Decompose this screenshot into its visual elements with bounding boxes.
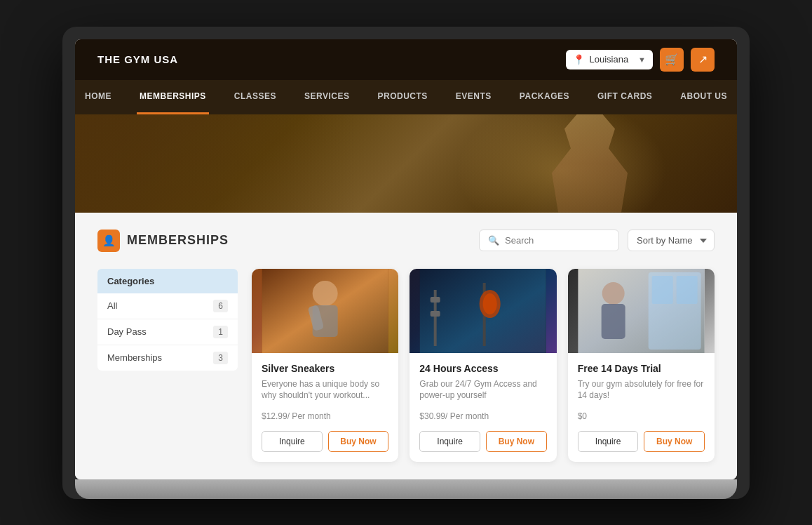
card-desc-free-trial: Try our gym absolutely for free for 14 d… bbox=[578, 378, 705, 402]
search-input[interactable] bbox=[505, 235, 610, 246]
category-all[interactable]: All 6 bbox=[97, 293, 238, 319]
laptop-base bbox=[75, 479, 737, 499]
nav-item-products[interactable]: PRODUCTS bbox=[375, 80, 431, 114]
hero-overlay-left bbox=[75, 114, 356, 213]
card-body-free-trial: Free 14 Days Trial Try our gym absolutel… bbox=[568, 353, 715, 463]
location-pin-icon: 📍 bbox=[573, 54, 585, 65]
brand-logo: THE GYM USA bbox=[97, 53, 178, 65]
categories-sidebar: Categories All 6 Day Pass 1 Memberships … bbox=[97, 269, 238, 371]
svg-rect-9 bbox=[431, 311, 440, 317]
card-body-24-hours: 24 Hours Access Grab our 24/7 Gym Access… bbox=[410, 353, 556, 463]
category-day-pass-count: 1 bbox=[213, 326, 228, 338]
category-memberships-count: 3 bbox=[213, 352, 228, 364]
cards-grid: Silver Sneakers Everyone has a unique bo… bbox=[252, 269, 715, 463]
buy-button-24-hours[interactable]: Buy Now bbox=[486, 431, 547, 452]
svg-rect-17 bbox=[676, 276, 697, 304]
svg-rect-19 bbox=[601, 304, 625, 339]
memberships-section: 👤 MEMBERSHIPS 🔍 Sort by Name Sort by Pri… bbox=[75, 213, 737, 479]
members-card-icon: 👤 bbox=[102, 234, 116, 247]
nav-item-gift-cards[interactable]: GIFT CARDS bbox=[595, 80, 655, 114]
location-selector[interactable]: 📍 Louisiana ▼ bbox=[566, 50, 653, 69]
site-header: THE GYM USA 📍 Louisiana ▼ 🛒 ↗ bbox=[75, 39, 737, 80]
card-desc-24-hours: Grab our 24/7 Gym Access and power-up yo… bbox=[419, 378, 546, 402]
laptop-screen: THE GYM USA 📍 Louisiana ▼ 🛒 ↗ bbox=[75, 39, 737, 479]
nav-item-about-us[interactable]: ABOUT US bbox=[677, 80, 730, 114]
card-desc-silver-sneakers: Everyone has a unique body so why should… bbox=[262, 378, 388, 402]
category-day-pass[interactable]: Day Pass 1 bbox=[97, 319, 238, 345]
card-price-free-trial: $0 bbox=[578, 408, 705, 423]
card-actions-silver-sneakers: Inquire Buy Now bbox=[262, 431, 388, 452]
cart-button[interactable]: 🛒 bbox=[660, 48, 684, 72]
nav-item-classes[interactable]: CLASSES bbox=[231, 80, 279, 114]
hero-shapes bbox=[75, 114, 737, 213]
nav-item-packages[interactable]: PACKAGES bbox=[517, 80, 572, 114]
section-title: MEMBERSHIPS bbox=[127, 233, 229, 248]
category-memberships-label: Memberships bbox=[107, 352, 162, 363]
memberships-icon: 👤 bbox=[97, 230, 120, 252]
cart-icon: 🛒 bbox=[665, 53, 679, 66]
inquire-button-free-trial[interactable]: Inquire bbox=[578, 431, 639, 452]
category-day-pass-label: Day Pass bbox=[107, 326, 147, 337]
svg-rect-8 bbox=[431, 297, 440, 303]
sort-select[interactable]: Sort by Name Sort by Price Sort by Date bbox=[628, 230, 715, 251]
nav-item-events[interactable]: EVENTS bbox=[453, 80, 494, 114]
nav-item-services[interactable]: SERVICES bbox=[302, 80, 352, 114]
card-title-silver-sneakers: Silver Sneakers bbox=[262, 363, 388, 374]
inquire-button-24-hours[interactable]: Inquire bbox=[419, 431, 480, 452]
card-title-24-hours: 24 Hours Access bbox=[419, 363, 546, 374]
card-image-silver-sneakers bbox=[252, 269, 398, 353]
category-all-label: All bbox=[107, 300, 117, 311]
card-actions-free-trial: Inquire Buy Now bbox=[578, 431, 705, 452]
inquire-button-silver-sneakers[interactable]: Inquire bbox=[262, 431, 323, 452]
main-nav: HOME MEMBERSHIPS CLASSES SERVICES PRODUC… bbox=[75, 80, 737, 114]
card-actions-24-hours: Inquire Buy Now bbox=[419, 431, 546, 452]
section-header: 👤 MEMBERSHIPS 🔍 Sort by Name Sort by Pri… bbox=[97, 230, 715, 252]
buy-button-silver-sneakers[interactable]: Buy Now bbox=[328, 431, 389, 452]
search-box[interactable]: 🔍 bbox=[479, 230, 619, 251]
card-silver-sneakers: Silver Sneakers Everyone has a unique bo… bbox=[252, 269, 398, 463]
categories-header: Categories bbox=[97, 269, 238, 293]
card-body-silver-sneakers: Silver Sneakers Everyone has a unique bo… bbox=[252, 353, 398, 463]
search-icon: 🔍 bbox=[488, 235, 499, 246]
website: THE GYM USA 📍 Louisiana ▼ 🛒 ↗ bbox=[75, 39, 737, 479]
card-24-hours: 24 Hours Access Grab our 24/7 Gym Access… bbox=[410, 269, 556, 463]
svg-point-18 bbox=[602, 282, 624, 305]
nav-item-memberships[interactable]: MEMBERSHIPS bbox=[137, 80, 209, 114]
laptop-frame: THE GYM USA 📍 Louisiana ▼ 🛒 ↗ bbox=[62, 27, 750, 499]
card-free-trial: Free 14 Days Trial Try our gym absolutel… bbox=[568, 269, 715, 463]
card-image-24-hours bbox=[410, 269, 556, 353]
login-icon: ↗ bbox=[698, 53, 708, 66]
category-memberships[interactable]: Memberships 3 bbox=[97, 345, 238, 371]
svg-rect-16 bbox=[651, 276, 672, 304]
card-price-silver-sneakers: $12.99/ Per month bbox=[262, 408, 388, 423]
card-price-24-hours: $30.99/ Per month bbox=[419, 408, 546, 423]
svg-point-12 bbox=[483, 293, 497, 314]
card-title-free-trial: Free 14 Days Trial bbox=[578, 363, 705, 374]
section-title-area: 👤 MEMBERSHIPS bbox=[97, 230, 229, 252]
chevron-down-icon: ▼ bbox=[638, 55, 646, 64]
section-controls: 🔍 Sort by Name Sort by Price Sort by Dat… bbox=[479, 230, 715, 251]
buy-button-free-trial[interactable]: Buy Now bbox=[644, 431, 705, 452]
location-value: Louisiana bbox=[589, 54, 628, 65]
svg-point-2 bbox=[313, 281, 338, 306]
nav-item-home[interactable]: HOME bbox=[82, 80, 114, 114]
login-button[interactable]: ↗ bbox=[691, 48, 715, 72]
category-all-count: 6 bbox=[213, 300, 228, 312]
card-image-free-trial bbox=[568, 269, 715, 353]
content-layout: Categories All 6 Day Pass 1 Memberships … bbox=[97, 269, 715, 463]
hero-banner bbox=[75, 114, 737, 213]
header-right: 📍 Louisiana ▼ 🛒 ↗ bbox=[566, 48, 715, 72]
